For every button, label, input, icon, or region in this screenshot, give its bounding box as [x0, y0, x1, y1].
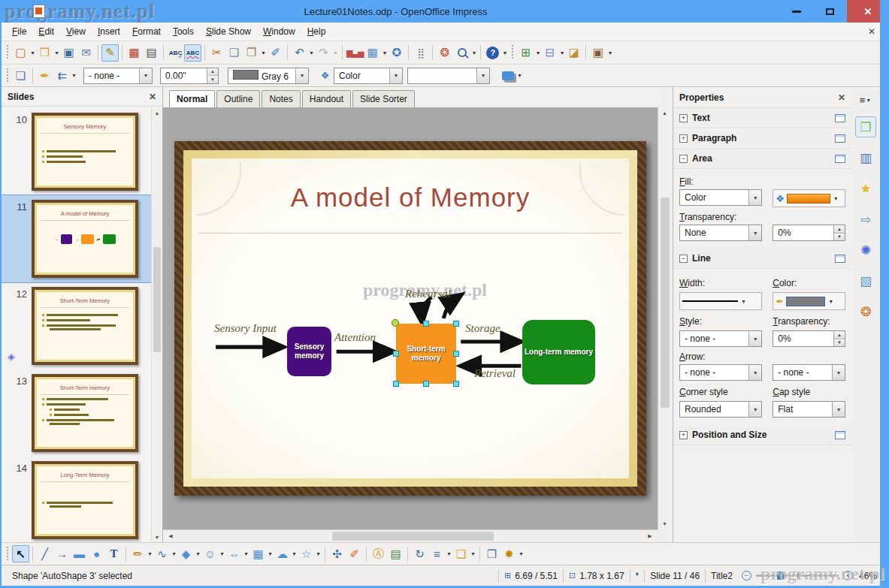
toolbar-grip[interactable]: [5, 45, 10, 60]
zoom-in-icon[interactable]: +: [843, 571, 853, 580]
collapse-icon[interactable]: −: [679, 255, 688, 263]
object-size[interactable]: ⊡1.78 x 1.67: [569, 571, 624, 581]
edit-file-icon[interactable]: ✎: [101, 44, 119, 62]
scroll-down-icon[interactable]: ▼: [658, 521, 671, 526]
presentation-toolbar-overflow-icon[interactable]: ▾: [606, 50, 613, 56]
selection-handle[interactable]: [453, 351, 459, 357]
slide-thumbnail-12[interactable]: 12 ◈ Short-Term Memory: [2, 282, 151, 369]
symbol-shapes-dropdown-icon[interactable]: ▾: [219, 550, 225, 557]
menu-insert[interactable]: Insert: [92, 24, 126, 39]
workspace-vertical-scrollbar[interactable]: ▲ ▼: [658, 107, 671, 529]
minimize-button[interactable]: [779, 0, 813, 23]
tab-slide-sorter[interactable]: Slide Sorter: [352, 90, 415, 107]
menu-edit[interactable]: Edit: [32, 24, 60, 39]
scroll-down-icon[interactable]: ▼: [152, 535, 162, 540]
symbol-shapes-icon[interactable]: ☺: [201, 545, 219, 562]
fill-color-select[interactable]: ▾: [407, 68, 490, 84]
scrollbar-thumb[interactable]: [153, 247, 161, 352]
zoom-dropdown-icon[interactable]: ▾: [470, 50, 477, 56]
insert-picture-icon[interactable]: ▤: [387, 545, 404, 562]
open-icon[interactable]: ❒: [36, 44, 53, 62]
spin-down-icon[interactable]: ▼: [834, 339, 845, 347]
expand-icon[interactable]: +: [679, 134, 688, 143]
block-arrows-dropdown-icon[interactable]: ▾: [243, 550, 249, 557]
glue-points-icon[interactable]: ✐: [346, 545, 363, 562]
label-rehearsal[interactable]: Rehearsal: [405, 288, 451, 300]
undo-icon[interactable]: ↶: [291, 44, 308, 62]
toolbar-overflow-icon[interactable]: ▾: [516, 72, 523, 79]
shape-short-term-memory-selected[interactable]: Short-term memory: [396, 324, 456, 384]
select-tool-icon[interactable]: ↖: [12, 545, 29, 562]
selection-handle-rotate[interactable]: [392, 319, 399, 327]
insert-table-icon[interactable]: ▦: [364, 44, 381, 62]
selection-handle[interactable]: [423, 381, 429, 387]
toolbar-grip[interactable]: [5, 547, 10, 562]
section-line[interactable]: − Line: [673, 249, 851, 269]
section-text[interactable]: + Text: [673, 108, 851, 128]
spin-down-icon[interactable]: ▼: [207, 76, 218, 83]
arrow-tool-icon[interactable]: →: [53, 545, 71, 562]
toolbar-grip[interactable]: [510, 45, 515, 60]
toolbar-overflow-icon[interactable]: ▾: [518, 550, 525, 557]
arrange-icon[interactable]: ❏: [452, 545, 470, 562]
undo-dropdown-icon[interactable]: ▾: [308, 50, 315, 56]
navigator-icon[interactable]: ❂: [436, 44, 453, 62]
spellcheck-icon[interactable]: ABC✓: [167, 44, 184, 62]
cap-style-select[interactable]: Flat▾: [773, 401, 845, 418]
slide-thumbnail-13[interactable]: 13 Short-Term memory: [2, 369, 151, 457]
expand-icon[interactable]: +: [679, 114, 688, 122]
toolbar-grip[interactable]: [5, 68, 10, 83]
arrow-style-dropdown-icon[interactable]: ▾: [71, 72, 77, 79]
dialog-launcher-icon[interactable]: [835, 155, 845, 163]
zoom-thumb[interactable]: [777, 571, 784, 580]
section-paragraph[interactable]: + Paragraph: [673, 128, 851, 149]
stars-dropdown-icon[interactable]: ▾: [315, 550, 322, 557]
scroll-left-icon[interactable]: ◀: [167, 533, 174, 539]
spin-down-icon[interactable]: ▼: [834, 234, 845, 241]
autospellcheck-icon[interactable]: ABC: [184, 44, 201, 62]
line-width-spinner[interactable]: 0.00"▲▼: [160, 68, 219, 84]
line-color-select[interactable]: Gray 6▾: [228, 68, 309, 84]
rotate-icon[interactable]: ↻: [411, 545, 428, 562]
fontwork-icon[interactable]: Ⓐ: [370, 545, 387, 562]
label-retrieval[interactable]: Retrieval: [474, 367, 516, 380]
help-icon[interactable]: ?: [484, 44, 501, 62]
slide-design-icon[interactable]: ◪: [565, 44, 582, 62]
layout-name[interactable]: Title2: [711, 571, 733, 581]
connector-dropdown-icon[interactable]: ▾: [171, 550, 177, 557]
shape-long-term-memory[interactable]: Long-term memory: [522, 320, 595, 384]
ellipse-tool-icon[interactable]: ●: [88, 545, 105, 562]
dialog-launcher-icon[interactable]: [835, 255, 845, 263]
arrow-style-icon[interactable]: ⇇: [53, 67, 71, 84]
sidebar-custom-animation-icon[interactable]: ★: [855, 178, 876, 199]
selection-handle[interactable]: [423, 321, 429, 327]
tab-outline[interactable]: Outline: [216, 90, 260, 107]
transparency-type-select[interactable]: None▾: [679, 225, 762, 241]
edit-points-icon[interactable]: ✣: [328, 545, 346, 562]
scroll-right-icon[interactable]: ▶: [646, 533, 654, 539]
scrollbar-thumb[interactable]: [332, 532, 494, 541]
line-tool-icon[interactable]: ╱: [36, 545, 53, 562]
zoom-slider[interactable]: − +: [742, 571, 853, 580]
block-arrows-icon[interactable]: ⇔: [225, 545, 243, 562]
tab-normal[interactable]: Normal: [169, 90, 215, 108]
display-grid-icon[interactable]: ⣿: [412, 44, 429, 62]
line-style-select[interactable]: - none -▾: [679, 330, 762, 347]
sidebar-properties-icon[interactable]: ❒: [855, 116, 876, 137]
position-size-icon[interactable]: ❏: [12, 67, 29, 84]
line-transparency-spinner[interactable]: 0%▲▼: [773, 330, 845, 347]
new-document-icon[interactable]: ▢: [12, 44, 29, 62]
menu-window[interactable]: Window: [257, 24, 301, 39]
label-sensory-input[interactable]: Sensory Input: [214, 322, 277, 335]
line-style-pen-icon[interactable]: ✒: [36, 67, 53, 84]
slide-layout-icon[interactable]: ⊟: [541, 44, 558, 62]
scrollbar-thumb[interactable]: [661, 198, 670, 408]
start-presentation-icon[interactable]: ▣: [589, 44, 606, 62]
arrow-end-select[interactable]: - none -▾: [773, 364, 845, 381]
spin-up-icon[interactable]: ▲: [834, 331, 845, 339]
scroll-up-icon[interactable]: ▲: [152, 110, 162, 116]
fill-type-select[interactable]: Color▾: [679, 189, 762, 206]
selection-handle[interactable]: [393, 351, 399, 357]
insert-chart-icon[interactable]: ▆▃▅: [346, 44, 364, 62]
basic-shapes-dropdown-icon[interactable]: ▾: [195, 550, 201, 557]
